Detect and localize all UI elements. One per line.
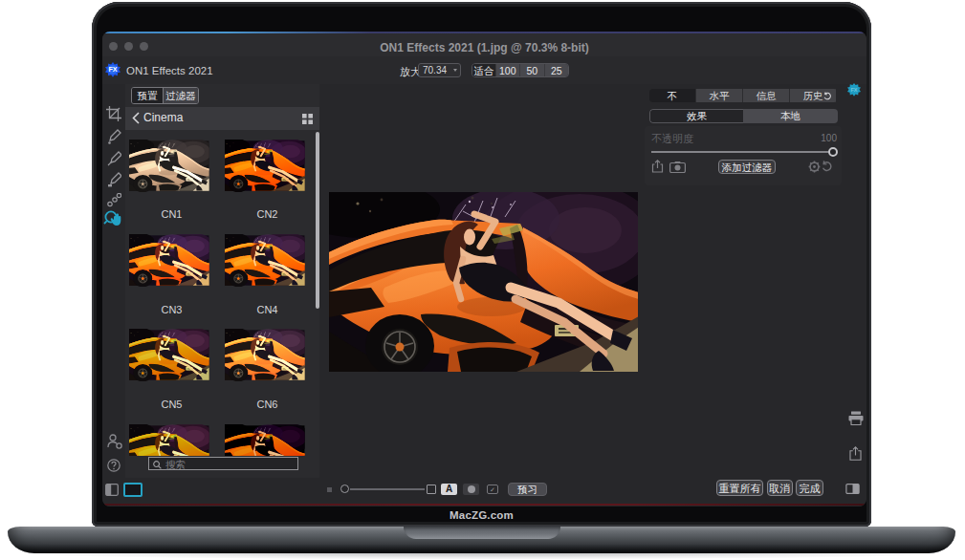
svg-text:FX: FX	[850, 87, 857, 93]
